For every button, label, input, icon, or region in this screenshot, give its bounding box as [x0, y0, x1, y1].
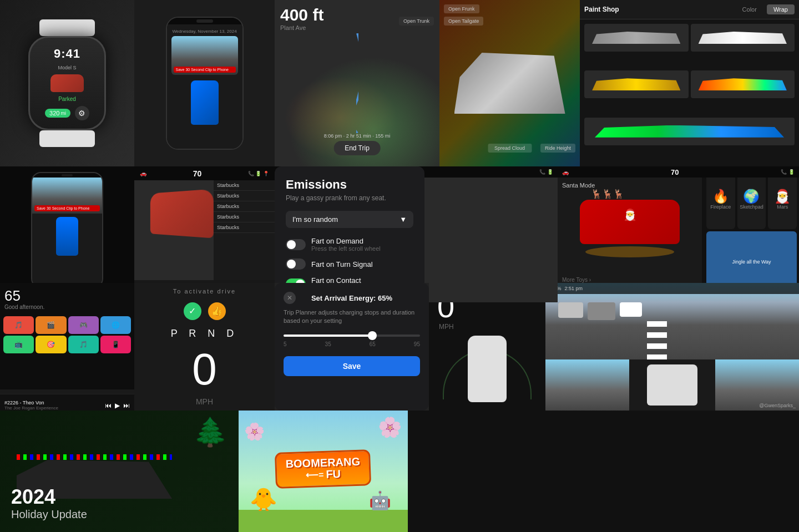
arrival-desc: Trip Planner adjusts charging stops and … [284, 308, 420, 326]
santa-nav-speed: 70 [569, 168, 781, 176]
more-toys-link[interactable]: More Toys › [562, 277, 591, 283]
phone-mid-bg: Save 30 Second Clip to Phone [0, 166, 134, 294]
app-icon-8[interactable]: 📱 [100, 336, 131, 353]
watch-car-icon [50, 74, 84, 92]
wrap-item-silver[interactable] [584, 24, 689, 52]
end-trip-button[interactable]: End Trip [333, 141, 381, 155]
starbucks-item-2[interactable]: Starbucks [214, 191, 275, 201]
tesla-map-area: Starbucks Starbucks Starbucks Starbucks … [134, 180, 275, 280]
game-tree-right: 🌸 [378, 416, 402, 439]
santa-nav-left: 🚗 [562, 169, 569, 175]
santa-toys-grid: 🔥 Fireplace 🌍 Sketchpad 🎅 Mars Jingle al… [704, 166, 799, 294]
podcast-next-icon[interactable]: ⏭ [123, 402, 130, 409]
map-street: Plant Ave [280, 24, 323, 31]
nav-speed: 70 [193, 169, 202, 178]
toy-chosen-label: Jingle all the Way [732, 259, 771, 265]
wrap-grid [580, 19, 799, 166]
paint-shop-header: Paint Shop Color Wrap [580, 0, 799, 19]
open-trunk-label: Open Trunk [399, 17, 434, 26]
fart-demand-toggle[interactable] [286, 239, 306, 250]
toy-item-santa[interactable]: 🎅 Mars [768, 169, 797, 229]
podcast-info: #2226 - Theo Von The Joe Rogan Experienc… [4, 400, 102, 411]
podcast-prev-icon[interactable]: ⏮ [105, 402, 112, 409]
home-bg: 65 Good afternoon. 🎵 🎬 🎮 🌐 📺 🎯 🎵 📱 🗺 🎵 ⚙ [0, 283, 134, 416]
emissions-title: Emissions [286, 178, 413, 192]
toy-item-planet[interactable]: 🌍 Sketchpad [737, 169, 766, 229]
emissions-dropdown[interactable]: I'm so random ▼ [286, 211, 413, 228]
watch-settings-icon[interactable]: ⚙ [75, 106, 89, 120]
arrival-slider-thumb[interactable] [368, 331, 377, 340]
fart-signal-toggle[interactable] [286, 259, 306, 270]
main-collage: 9:41 Model S Parked 320 mi ⚙ [0, 0, 799, 532]
watch-band-bottom [39, 130, 95, 147]
arrival-slider-fill [284, 335, 372, 337]
prnd-thumb-icon: 👍 [208, 302, 226, 320]
map-bg: 400 ft Plant Ave Open Trunk 8:06 pm · 2 … [275, 0, 439, 166]
nav-speed-container: 70 [151, 169, 244, 178]
toy-santa-label: Mars [777, 204, 788, 210]
cyber-main-bg: Open Frunk Open Tailgate Spread Cloud Ri… [439, 0, 580, 166]
santa-tile: 🚗 70 📞 🔋 Santa Mode 🦌🦌🦌 🎅 More Toys › [558, 166, 799, 294]
arrival-slider-labels: 5 35 65 95 [284, 341, 420, 347]
game-ground [239, 510, 408, 532]
starbucks-list: Starbucks Starbucks Starbucks Starbucks … [214, 180, 275, 280]
tab-color[interactable]: Color [736, 4, 763, 14]
toy-fire-label: Fireplace [710, 204, 731, 210]
app-icon-5[interactable]: 📺 [3, 336, 34, 353]
map-distance: 400 ft [280, 6, 323, 24]
sled-shadow [585, 246, 674, 257]
arrival-save-button[interactable]: Save [284, 356, 420, 376]
santa-nav-right: 📞 🔋 [781, 169, 795, 175]
watch-range: 320 mi [45, 109, 70, 118]
arrival-close-button[interactable]: ✕ [284, 292, 296, 304]
starbucks-item-5[interactable]: Starbucks [214, 222, 275, 233]
watch-status: Parked [58, 96, 76, 102]
toy-item-fireplace[interactable]: 🔥 Fireplace [706, 169, 735, 229]
emissions-option-2: Fart on Turn Signal [286, 259, 413, 270]
starbucks-item-4[interactable]: Starbucks [214, 212, 275, 222]
starbucks-item-3[interactable]: Starbucks [214, 201, 275, 212]
podcast-play-icon[interactable]: ▶ [115, 402, 120, 409]
open-tailgate-btn[interactable]: Open Tailgate [444, 17, 483, 26]
prnd-bg: To activate drive ✓ 👍 P R N D 0 MPH [134, 283, 275, 411]
wrap-item-gold[interactable] [584, 70, 689, 98]
app-icon-2[interactable]: 🎬 [36, 316, 66, 334]
wrap-item-white[interactable] [691, 24, 795, 52]
prnd-speed-display: 0 [192, 347, 217, 392]
map-open-trunk-btn[interactable]: Open Trunk [399, 17, 434, 26]
holiday-title: Holiday Update [11, 508, 227, 521]
tesla-ui-2-inner: 🚗 70 📞 🔋 📍 Starbucks Starbucks Starbucks… [134, 166, 275, 294]
app-icon-3[interactable]: 🎮 [68, 316, 99, 334]
app-icon-1[interactable]: 🎵 [3, 316, 34, 334]
map-distance-label: 400 ft Plant Ave [280, 6, 323, 31]
sentry-alert-text: Save 30 Second Clip to Phone [176, 68, 234, 72]
phone-sentry-view: Save 30 Second Clip to Phone [171, 36, 238, 75]
open-frunk-cybertruck[interactable]: Open Frunk [444, 4, 479, 13]
app-icon-7[interactable]: 🎵 [68, 336, 99, 353]
watch-tile: 9:41 Model S Parked 320 mi ⚙ [0, 0, 134, 166]
home-greeting: Good afternoon. [4, 304, 44, 310]
wrap-item-graffiti[interactable] [691, 70, 795, 98]
rear-cam-vehicles [558, 302, 642, 320]
game-tile: 🌸 🌸 BOOMERANG ⟵= FU 🐥 🤖 [239, 411, 408, 532]
tab-wrap[interactable]: Wrap [767, 4, 795, 14]
podcast-episode: #2226 - Theo Von [4, 400, 102, 406]
game-title-line2: FU [326, 468, 341, 481]
prnd-gear-label: P R N D [171, 328, 239, 340]
app-icon-4[interactable]: 🌐 [100, 316, 131, 334]
santa-nav-bar: 🚗 70 📞 🔋 [558, 166, 799, 178]
phone-mid-screen: Save 30 Second Clip to Phone [32, 178, 102, 287]
arrival-popup: ✕ Set Arrival Energy: 65% Trip Planner a… [275, 283, 429, 411]
paint-shop-title: Paint Shop [584, 6, 619, 13]
cybertruck-main-tile: Open Frunk Open Tailgate Spread Cloud Ri… [439, 0, 580, 166]
arrival-tile: ✕ Set Arrival Energy: 65% Trip Planner a… [275, 283, 429, 411]
toy-planet-icon: 🌍 [743, 189, 760, 204]
spread-cloud-btn[interactable]: Spread Cloud [488, 144, 532, 153]
watch-time: 9:41 [54, 47, 80, 61]
ride-height-btn[interactable]: Ride Height [540, 144, 575, 153]
arrival-label-65: 65 [370, 341, 376, 347]
app-icon-6[interactable]: 🎯 [36, 336, 66, 353]
arrival-label-95: 95 [414, 341, 420, 347]
starbucks-item-1[interactable]: Starbucks [214, 180, 275, 191]
wrap-item-cyberpunk[interactable] [584, 118, 795, 145]
